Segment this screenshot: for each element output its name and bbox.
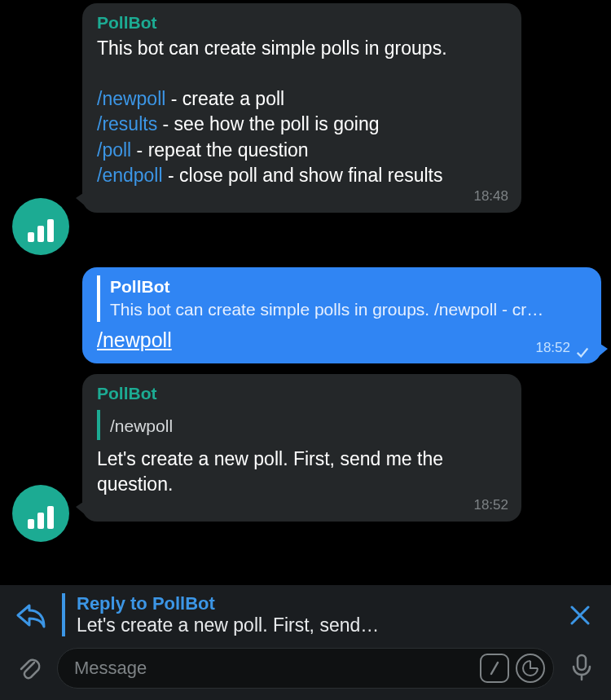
command-link[interactable]: /poll <box>97 139 131 161</box>
message-time: 18:52 <box>473 496 508 515</box>
incoming-message[interactable]: PollBot /newpoll Let's create a new poll… <box>82 374 521 522</box>
message-time: 18:48 <box>473 187 508 206</box>
bar-chart-icon <box>28 506 54 529</box>
reply-preview-title: Reply to PollBot <box>77 593 549 614</box>
command-link[interactable]: /endpoll <box>97 165 163 186</box>
command-link[interactable]: /newpoll <box>97 88 165 109</box>
close-icon <box>569 604 591 627</box>
reply-preview[interactable]: Reply to PollBot Let's create a new poll… <box>62 593 549 636</box>
compose-row: Message <box>0 641 611 700</box>
slash-command-button[interactable] <box>480 654 509 683</box>
reply-preview-text: Let's create a new poll. First, send… <box>77 614 549 636</box>
reply-quote-text: /newpoll <box>110 415 507 438</box>
bot-avatar[interactable] <box>12 198 69 255</box>
reply-quote-text: This bot can create simple polls in grou… <box>110 298 587 321</box>
sticker-button[interactable] <box>516 654 545 683</box>
sticker-icon <box>521 659 539 677</box>
svg-rect-3 <box>578 655 586 670</box>
message-text: /newpoll <box>97 327 587 354</box>
sent-check-icon <box>575 341 590 355</box>
svg-line-2 <box>491 663 498 674</box>
command-link[interactable]: /results <box>97 113 157 134</box>
slash-command-icon <box>486 660 503 676</box>
cancel-reply-button[interactable] <box>562 597 598 633</box>
paperclip-icon <box>15 654 43 682</box>
bar-chart-icon <box>28 219 54 242</box>
message-input[interactable]: Message <box>57 648 554 689</box>
compose-footer: Reply to PollBot Let's create a new poll… <box>0 585 611 700</box>
reply-arrow-icon <box>13 597 49 633</box>
message-text: This bot can create simple polls in grou… <box>97 36 507 187</box>
voice-message-button[interactable] <box>564 650 600 686</box>
sender-name: PollBot <box>97 11 507 34</box>
reply-quote[interactable]: /newpoll <box>97 410 507 439</box>
input-placeholder: Message <box>74 658 480 679</box>
attach-button[interactable] <box>11 650 47 686</box>
outgoing-message[interactable]: PollBot This bot can create simple polls… <box>82 267 601 363</box>
reply-preview-bar: Reply to PollBot Let's create a new poll… <box>0 585 611 641</box>
message-time: 18:52 <box>535 339 570 358</box>
microphone-icon <box>569 654 594 683</box>
reply-quote-sender: PollBot <box>110 275 587 298</box>
bot-avatar[interactable] <box>12 485 69 542</box>
sender-name: PollBot <box>97 382 507 405</box>
message-text: Let's create a new poll. First, send me … <box>97 447 507 497</box>
chat-screen: PollBot This bot can create simple polls… <box>0 0 611 700</box>
reply-quote[interactable]: PollBot This bot can create simple polls… <box>97 275 587 322</box>
incoming-message[interactable]: PollBot This bot can create simple polls… <box>82 3 521 213</box>
